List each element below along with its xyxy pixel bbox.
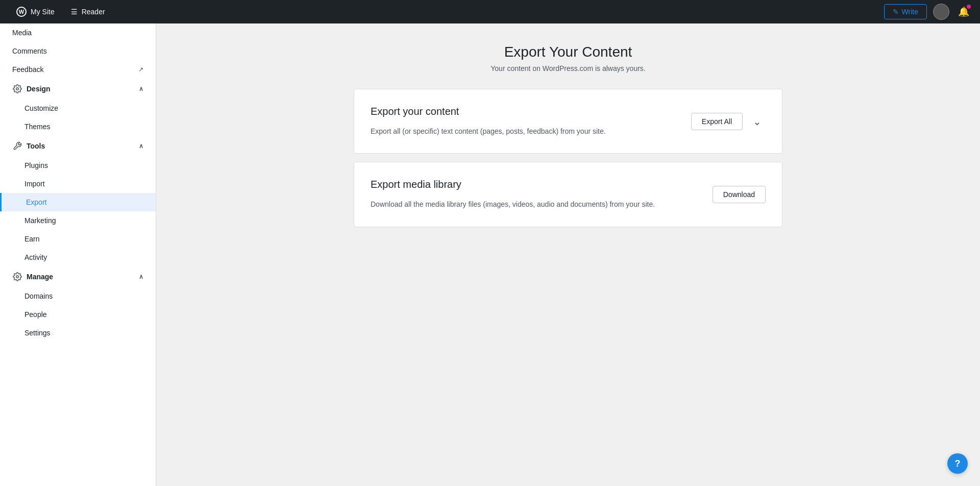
sidebar-item-label: Feedback [12, 65, 43, 74]
chevron-down-icon: ⌄ [753, 116, 762, 127]
sidebar-item-label: Marketing [24, 216, 56, 225]
svg-point-0 [16, 88, 19, 90]
tools-section-label: Tools [27, 142, 45, 150]
sidebar-section-tools[interactable]: Tools ∧ [0, 136, 156, 156]
export-content-card-left: Export your content Export all (or speci… [371, 106, 677, 137]
design-section-label: Design [27, 85, 51, 93]
notification-badge [967, 5, 971, 9]
sidebar-item-comments[interactable]: Comments [0, 42, 156, 60]
manage-section-icon-group: Manage [12, 272, 53, 282]
help-button[interactable]: ? [947, 453, 968, 474]
sidebar-item-export[interactable]: Export [0, 193, 156, 211]
design-icon [12, 84, 22, 94]
manage-section-label: Manage [27, 273, 53, 281]
sidebar-item-label: Import [24, 180, 45, 188]
sidebar-item-people[interactable]: People [0, 305, 156, 324]
sidebar: Media Comments Feedback ↗ Design ∧ C [0, 23, 156, 486]
reader-button[interactable]: ☰ Reader [63, 4, 113, 20]
export-media-card-right: Download [713, 186, 766, 203]
reader-label: Reader [82, 8, 105, 16]
topnav-left: W My Site ☰ Reader [8, 3, 113, 21]
tools-section-icon-group: Tools [12, 141, 45, 151]
sidebar-item-plugins[interactable]: Plugins [0, 156, 156, 175]
sidebar-item-earn[interactable]: Earn [0, 230, 156, 248]
sidebar-item-label: Themes [24, 123, 51, 131]
manage-chevron-icon: ∧ [139, 273, 143, 280]
export-all-button[interactable]: Export All [691, 113, 743, 130]
my-site-label: My Site [31, 8, 55, 16]
sidebar-item-activity[interactable]: Activity [0, 248, 156, 266]
top-navigation: W My Site ☰ Reader ✎ Write 🔔 [0, 0, 980, 23]
sidebar-item-media[interactable]: Media [0, 23, 156, 42]
write-label: Write [902, 8, 918, 16]
sidebar-item-label: Settings [24, 329, 51, 337]
sidebar-item-feedback[interactable]: Feedback ↗ [0, 60, 156, 79]
sidebar-item-label: Comments [12, 47, 47, 55]
reader-icon: ☰ [71, 8, 78, 16]
sidebar-item-label: Plugins [24, 161, 48, 169]
export-media-card-left: Export media library Download all the me… [371, 179, 677, 210]
sidebar-item-import[interactable]: Import [0, 175, 156, 193]
sidebar-item-label: Media [12, 29, 32, 37]
export-content-card-right: Export All ⌄ [691, 113, 766, 130]
svg-point-1 [16, 276, 19, 278]
sidebar-item-themes[interactable]: Themes [0, 117, 156, 136]
export-content-title: Export your content [371, 106, 677, 117]
tools-chevron-icon: ∧ [139, 142, 143, 150]
sidebar-item-label: Customize [24, 104, 58, 112]
sidebar-item-settings[interactable]: Settings [0, 324, 156, 342]
download-button[interactable]: Download [713, 186, 766, 203]
write-button[interactable]: ✎ Write [884, 4, 927, 19]
export-media-card: Export media library Download all the me… [354, 162, 782, 227]
sidebar-item-label: Export [26, 198, 46, 206]
page-layout: Media Comments Feedback ↗ Design ∧ C [0, 23, 980, 486]
sidebar-item-label: Activity [24, 253, 47, 261]
content-wrapper: Export Your Content Your content on Word… [354, 44, 782, 466]
external-link-icon: ↗ [138, 66, 143, 73]
notifications-button[interactable]: 🔔 [955, 4, 972, 20]
sidebar-item-customize[interactable]: Customize [0, 99, 156, 117]
export-content-expand-button[interactable]: ⌄ [749, 113, 766, 130]
user-avatar[interactable] [933, 4, 949, 20]
my-site-button[interactable]: W My Site [8, 3, 63, 21]
export-media-description: Download all the media library files (im… [371, 199, 677, 210]
wordpress-logo: W [16, 7, 27, 17]
page-subtitle: Your content on WordPress.com is always … [354, 64, 782, 72]
main-content: Export Your Content Your content on Word… [156, 23, 980, 486]
sidebar-item-label: Earn [24, 235, 40, 243]
sidebar-section-design[interactable]: Design ∧ [0, 79, 156, 99]
sidebar-item-domains[interactable]: Domains [0, 287, 156, 305]
design-section-icon-group: Design [12, 84, 51, 94]
write-icon: ✎ [893, 8, 899, 16]
export-media-title: Export media library [371, 179, 677, 190]
page-title: Export Your Content [354, 44, 782, 60]
sidebar-item-label: Domains [24, 292, 53, 300]
manage-icon [12, 272, 22, 282]
topnav-right: ✎ Write 🔔 [884, 4, 972, 20]
export-content-card: Export your content Export all (or speci… [354, 89, 782, 154]
sidebar-section-manage[interactable]: Manage ∧ [0, 266, 156, 287]
sidebar-item-marketing[interactable]: Marketing [0, 211, 156, 230]
export-content-description: Export all (or specific) text content (p… [371, 126, 677, 137]
sidebar-item-label: People [24, 310, 47, 319]
tools-icon [12, 141, 22, 151]
design-chevron-icon: ∧ [139, 85, 143, 92]
